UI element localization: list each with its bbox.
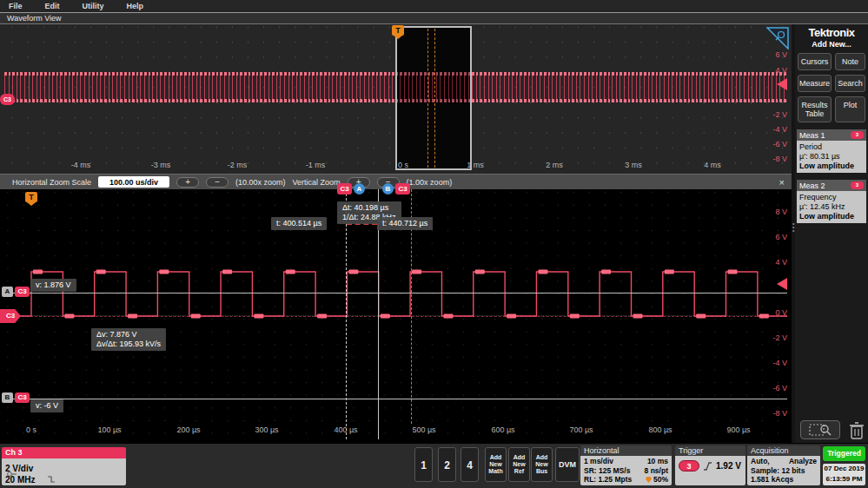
volt-tick-label: -6 V xyxy=(749,384,787,392)
results-bar: Tektronix Add New... Cursors Note Measur… xyxy=(795,24,868,443)
channel-2-button[interactable]: 2 xyxy=(438,447,456,482)
meas1-name: Period xyxy=(799,142,864,152)
volt-tick-label: -6 V xyxy=(749,140,787,148)
time-tick-label: 800 µs xyxy=(648,425,672,434)
meas1-source-badge: 3 xyxy=(851,131,864,139)
cursor-a-horizontal-line[interactable] xyxy=(4,293,787,293)
time-tick-label: 700 µs xyxy=(569,425,593,434)
time-tick-label: 100 µs xyxy=(97,425,121,434)
zoom-overlay-button[interactable] xyxy=(800,420,840,439)
volt-tick-label: 8 V xyxy=(749,208,787,216)
trigger-panel[interactable]: Trigger 3 1.92 V xyxy=(675,445,745,485)
volt-tick-label: 4 V xyxy=(749,258,787,267)
meas2-source-badge: 3 xyxy=(851,181,864,189)
meas2-name: Frequency xyxy=(799,193,864,202)
triggered-status-button[interactable]: Triggered xyxy=(823,446,865,461)
bandwidth-icon xyxy=(47,476,56,483)
cursor-a-left-badge[interactable]: A C3 xyxy=(2,287,30,297)
meas1-panel[interactable]: Meas 1 3 Period µ': 80.31 µs Low amplitu… xyxy=(797,129,866,173)
time-tick-label: 2 ms xyxy=(546,161,563,169)
acquisition-title: Acquisition xyxy=(747,445,820,456)
horizontal-panel[interactable]: Horizontal 1 ms/div10 ms SR: 125 MS/s8 n… xyxy=(580,445,672,485)
cursor-a-time-readout: t: 400.514 µs xyxy=(271,217,327,230)
cursor-b-badge[interactable]: B xyxy=(382,183,394,195)
meas2-title: Meas 2 xyxy=(799,181,851,190)
channel-3-panel[interactable]: Ch 3 2 V/div 20 MHz xyxy=(2,447,126,485)
zoom-scale-input[interactable] xyxy=(98,176,169,188)
vertical-zoom-label: Vertical Zoom xyxy=(293,178,341,187)
time-tick-label: -4 ms xyxy=(71,161,91,169)
trash-icon[interactable] xyxy=(849,421,865,439)
trigger-position-marker[interactable]: T xyxy=(25,192,37,202)
volt-tick-label: -2 V xyxy=(749,333,787,342)
menu-utility[interactable]: Utility xyxy=(83,2,104,10)
channel-4-button[interactable]: 4 xyxy=(461,447,479,482)
results-table-button[interactable]: Results Table xyxy=(798,96,832,122)
close-zoom-icon[interactable]: × xyxy=(779,177,785,188)
time-tick-label: 1 ms xyxy=(467,161,484,169)
dvm-button[interactable]: DVM xyxy=(555,447,580,482)
cursor-a-overview-line xyxy=(427,29,428,168)
zoom-box[interactable] xyxy=(395,26,472,170)
note-button[interactable]: Note xyxy=(835,53,865,70)
cursor-b-horizontal-line[interactable] xyxy=(4,399,787,399)
cursor-b-left-badge[interactable]: B C3 xyxy=(2,392,30,403)
menu-bar: File Edit Utility Help xyxy=(0,0,868,12)
cursor-badge-row: C3 A B C3 xyxy=(337,183,410,195)
tektronix-logo: Tektronix xyxy=(795,26,868,39)
volt-tick-label: 6 V xyxy=(749,233,787,241)
volt-tick-label: -2 V xyxy=(749,110,787,119)
time-tick-label: 300 µs xyxy=(255,425,278,434)
time-tick-label: 400 µs xyxy=(334,425,357,434)
time-tick-label: -3 ms xyxy=(151,161,171,169)
trigger-level: 1.92 V xyxy=(716,461,741,471)
add-new-ref-button[interactable]: Add New Ref xyxy=(508,447,530,482)
cursor-a-badge[interactable]: A xyxy=(354,183,365,195)
plot-button[interactable]: Plot xyxy=(835,96,865,122)
volt-tick-label: -4 V xyxy=(749,359,787,367)
rising-edge-icon xyxy=(703,461,712,472)
cursors-button[interactable]: Cursors xyxy=(798,53,832,70)
cursor-b-source-badge[interactable]: C3 xyxy=(395,183,410,195)
overview-graticule[interactable]: T C3 6 V 4 V -2 V -4 V -6 V -8 V -4 ms -… xyxy=(0,24,792,174)
volt-tick-label: 0 V xyxy=(749,308,787,317)
volt-tick-label: -4 V xyxy=(749,125,787,134)
meas2-panel[interactable]: Meas 2 3 Frequency µ': 12.45 kHz Low amp… xyxy=(797,180,866,223)
tab-bar: Waveform View xyxy=(0,12,868,24)
zoom-in-button[interactable]: + xyxy=(176,177,199,188)
zoom-corner-icon[interactable] xyxy=(766,27,789,49)
horizontal-zoom-scale-label: Horizontal Zoom Scale xyxy=(12,178,91,187)
trigger-level-arrow[interactable] xyxy=(777,78,787,90)
channel-3-badge[interactable]: C3 xyxy=(0,94,15,105)
search-button[interactable]: Search xyxy=(835,75,865,92)
time-tick-label: 600 µs xyxy=(491,425,514,434)
volt-tick-label: -8 V xyxy=(749,155,787,163)
expansion-point-icon xyxy=(646,477,652,483)
menu-file[interactable]: File xyxy=(9,2,23,10)
delta-v-readout: Δv: 7.876 V Δv/Δt: 195.93 kV/s xyxy=(91,328,166,351)
channel-1-button[interactable]: 1 xyxy=(414,447,433,482)
horizontal-title: Horizontal xyxy=(580,445,672,456)
cursor-a-source-badge[interactable]: C3 xyxy=(337,183,352,195)
menu-edit[interactable]: Edit xyxy=(45,2,60,10)
time-tick-label: 4 ms xyxy=(704,161,721,169)
trigger-title: Trigger xyxy=(675,445,745,456)
cursor-a-vertical-line[interactable] xyxy=(346,189,347,439)
math-color-stripe xyxy=(488,450,503,452)
settings-bar: Ch 3 2 V/div 20 MHz 1 2 4 xyxy=(0,443,868,488)
zoom-graticule[interactable]: T C3 A B C3 Δt: 40.198 µs 1/Δt: 24.88 kH… xyxy=(0,189,792,443)
acquisition-panel[interactable]: Acquisition Auto,Analyze Sample: 12 bits… xyxy=(747,445,820,485)
meas1-value: µ': 80.31 µs xyxy=(799,152,864,162)
measure-button[interactable]: Measure xyxy=(798,75,832,92)
add-new-math-button[interactable]: Add New Math xyxy=(485,447,507,482)
meas1-status: Low amplitude xyxy=(799,162,864,171)
menu-help[interactable]: Help xyxy=(127,2,144,10)
zoom-out-button[interactable]: − xyxy=(206,177,229,188)
trigger-position-marker[interactable]: T xyxy=(392,25,404,36)
tab-waveform-view[interactable]: Waveform View xyxy=(7,14,62,23)
trigger-level-arrow[interactable] xyxy=(777,278,787,290)
time-tick-label: 900 µs xyxy=(726,425,750,434)
horizontal-zoom-factor: (10.00x zoom) xyxy=(235,178,286,187)
add-new-bus-button[interactable]: Add New Bus xyxy=(531,447,553,482)
meas1-title: Meas 1 xyxy=(799,131,851,140)
